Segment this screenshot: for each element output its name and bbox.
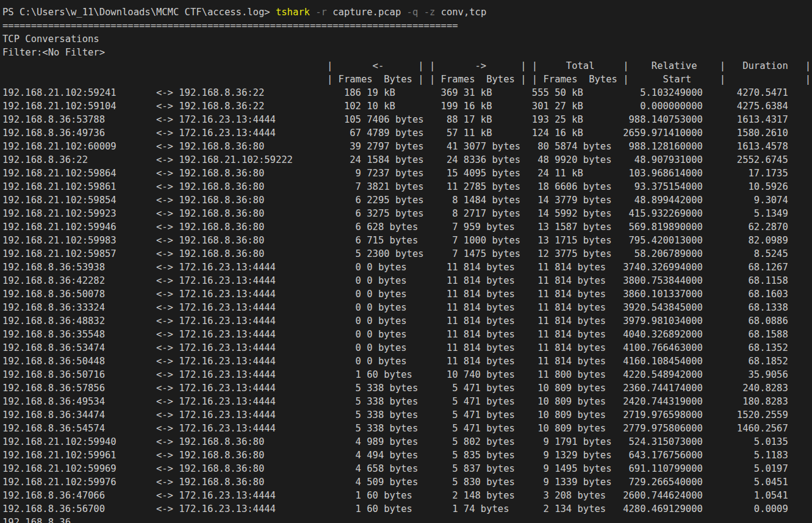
arg-conv-tcp: conv,tcp: [435, 7, 486, 18]
table-header-groups: | <- | | -> | | Total | Relative | Durat…: [2, 59, 812, 73]
conversation-row: 192.168.8.36:50078 <-> 172.16.23.13:4444…: [2, 287, 812, 301]
command-line: PS C:\Users\w_11\Downloads\MCMC CTF\acce…: [2, 5, 812, 19]
param-z: -z: [424, 7, 436, 18]
command-tshark: tshark: [276, 7, 310, 18]
space: [310, 7, 315, 18]
table-header-columns: | Frames Bytes | | Frames Bytes | | Fram…: [2, 73, 812, 86]
conversation-row: 192.168.21.102:59976 <-> 192.168.8.36:80…: [2, 475, 812, 489]
conversation-row: 192.168.8.36:53788 <-> 172.16.23.13:4444…: [2, 113, 812, 126]
conversation-row: 192.168.8.36:53474 <-> 172.16.23.13:4444…: [2, 341, 812, 355]
output-title: TCP Conversations: [2, 32, 812, 46]
conversation-row: 192.168.21.102:59983 <-> 192.168.8.36:80…: [2, 234, 812, 247]
conversation-row: 192.168.8.36:50716 <-> 172.16.23.13:4444…: [2, 368, 812, 381]
arg-capture-file: capture.pcap: [327, 7, 407, 18]
prompt-path: PS C:\Users\w_11\Downloads\MCMC CTF\acce…: [2, 7, 276, 18]
conversation-row: 192.168.21.102:59969 <-> 192.168.8.36:80…: [2, 462, 812, 475]
conversation-row: 192.168.21.102:59104 <-> 192.168.8.36:22…: [2, 99, 812, 113]
conversation-row: 192.168.8.36:49736 <-> 172.16.23.13:4444…: [2, 126, 812, 140]
conversation-row: 192.168.21.102:59923 <-> 192.168.8.36:80…: [2, 207, 812, 220]
conversation-row: 192.168.21.102:59857 <-> 192.168.8.36:80…: [2, 247, 812, 261]
conversation-row: 192.168.21.102:60009 <-> 192.168.8.36:80…: [2, 140, 812, 153]
conversation-row: 192.168.8.36:56700 <-> 172.16.23.13:4444…: [2, 502, 812, 516]
conversation-row: 192.168.21.102:59241 <-> 192.168.8.36:22…: [2, 86, 812, 99]
conversation-row: 192.168.8.36:42282 <-> 172.16.23.13:4444…: [2, 274, 812, 287]
partial-next-line: 192.168.8.36: [2, 516, 812, 523]
space: [418, 7, 423, 18]
conversation-row: 192.168.21.102:59940 <-> 192.168.8.36:80…: [2, 435, 812, 449]
filter-line: Filter:<No Filter>: [2, 46, 812, 59]
separator-line: ========================================…: [2, 19, 812, 32]
conversation-row: 192.168.21.102:59961 <-> 192.168.8.36:80…: [2, 449, 812, 462]
conversation-row: 192.168.8.36:35548 <-> 172.16.23.13:4444…: [2, 328, 812, 341]
conversation-row: 192.168.8.36:33324 <-> 172.16.23.13:4444…: [2, 301, 812, 314]
conversation-row: 192.168.8.36:49534 <-> 172.16.23.13:4444…: [2, 395, 812, 408]
conversations-table: | <- | | -> | | Total | Relative | Durat…: [2, 59, 812, 523]
conversation-row: 192.168.8.36:57856 <-> 172.16.23.13:4444…: [2, 381, 812, 395]
conversation-row: 192.168.8.36:47066 <-> 172.16.23.13:4444…: [2, 489, 812, 502]
conversation-row: 192.168.8.36:54574 <-> 172.16.23.13:4444…: [2, 422, 812, 435]
param-q: -q: [407, 7, 419, 18]
conversation-row: 192.168.21.102:59854 <-> 192.168.8.36:80…: [2, 193, 812, 207]
conversation-row: 192.168.21.102:59861 <-> 192.168.8.36:80…: [2, 180, 812, 193]
param-r: -r: [315, 7, 327, 18]
conversation-row: 192.168.21.102:59864 <-> 192.168.8.36:80…: [2, 167, 812, 180]
conversation-row: 192.168.8.36:50448 <-> 172.16.23.13:4444…: [2, 355, 812, 368]
conversation-row: 192.168.8.36:48832 <-> 172.16.23.13:4444…: [2, 314, 812, 328]
conversation-row: 192.168.8.36:22 <-> 192.168.21.102:59222…: [2, 153, 812, 167]
terminal-window[interactable]: PS C:\Users\w_11\Downloads\MCMC CTF\acce…: [0, 0, 812, 523]
conversation-row: 192.168.21.102:59946 <-> 192.168.8.36:80…: [2, 220, 812, 234]
conversation-row: 192.168.8.36:53938 <-> 172.16.23.13:4444…: [2, 261, 812, 274]
conversation-row: 192.168.8.36:34474 <-> 172.16.23.13:4444…: [2, 408, 812, 422]
